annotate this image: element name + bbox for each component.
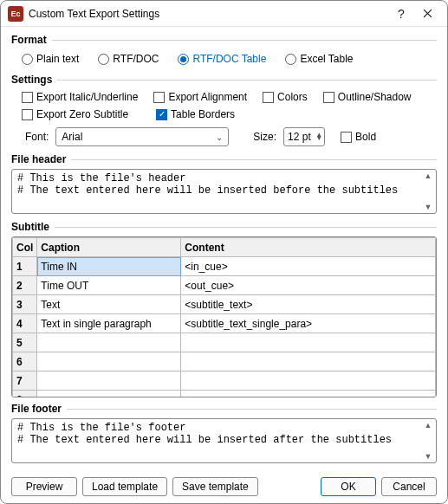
cell-caption[interactable] — [37, 372, 181, 391]
cell-caption[interactable]: Text — [37, 295, 181, 314]
cell-caption[interactable] — [37, 391, 181, 398]
row-number: 6 — [13, 352, 37, 372]
spinner-buttons[interactable]: ▲▼ — [315, 133, 322, 140]
radio-plain-text[interactable]: Plain text — [22, 53, 79, 65]
file-header-textarea[interactable]: # This is the file's header # The text e… — [11, 169, 437, 214]
radio-icon — [178, 54, 189, 65]
button-bar: Preview Load template Save template OK C… — [1, 470, 447, 503]
titlebar: Ec Custom Text Export Settings ? — [1, 1, 447, 27]
size-label: Size: — [253, 131, 276, 143]
subtitle-header: Subtitle — [11, 221, 437, 233]
file-header-label: File header — [11, 153, 66, 165]
close-button[interactable] — [414, 2, 440, 26]
col-header-content[interactable]: Content — [181, 238, 436, 257]
checkbox-icon — [341, 132, 352, 143]
cell-caption[interactable]: Text in single paragraph — [37, 314, 181, 333]
checkbox-label: Colors — [277, 91, 308, 103]
cell-content[interactable]: <out_cue> — [181, 276, 436, 295]
radio-label: Plain text — [36, 53, 79, 65]
radio-label: RTF/DOC Table — [192, 53, 266, 65]
checkbox-label: Outline/Shadow — [338, 91, 412, 103]
font-label: Font: — [25, 131, 49, 143]
row-number: 8 — [13, 391, 37, 398]
ok-button[interactable]: OK — [321, 477, 376, 496]
save-template-button[interactable]: Save template — [172, 477, 258, 496]
load-template-button[interactable]: Load template — [82, 477, 167, 496]
cell-content[interactable] — [181, 352, 436, 372]
size-spinner[interactable]: 12 pt ▲▼ — [283, 127, 325, 146]
checkbox-icon: ✓ — [156, 109, 167, 120]
file-header-header: File header — [11, 153, 437, 165]
cell-content[interactable]: <subtitle_text> — [181, 295, 436, 314]
row-number: 1 — [13, 257, 37, 276]
cell-content[interactable] — [181, 391, 436, 398]
table-row[interactable]: 3Text<subtitle_text> — [13, 295, 436, 314]
radio-label: RTF/DOC — [113, 53, 159, 65]
checkbox-icon — [153, 92, 165, 103]
cell-content[interactable] — [181, 372, 436, 391]
format-header-label: Format — [11, 34, 47, 46]
checkbox-icon — [263, 92, 274, 103]
scroll-up-icon[interactable]: ▲ — [422, 420, 434, 430]
preview-button[interactable]: Preview — [11, 477, 77, 496]
checkbox-bold[interactable]: Bold — [341, 131, 376, 143]
table-row[interactable]: 6 — [13, 352, 436, 372]
radio-icon — [98, 54, 109, 65]
radio-rtf-doc[interactable]: RTF/DOC — [98, 53, 159, 65]
checkbox-label: Bold — [355, 131, 376, 143]
row-number: 3 — [13, 295, 37, 314]
radio-icon — [285, 54, 296, 65]
help-button[interactable]: ? — [388, 2, 414, 26]
checkbox-export-alignment[interactable]: Export Alignment — [153, 91, 247, 103]
radio-rtf-doc-table[interactable]: RTF/DOC Table — [178, 53, 266, 65]
checkbox-label: Table Borders — [171, 108, 235, 120]
checkbox-zero-subtitle[interactable]: Export Zero Subtitle — [22, 108, 128, 120]
file-footer-textarea[interactable]: # This is the file's footer # The text e… — [11, 418, 437, 463]
row-number: 7 — [13, 372, 37, 391]
checkbox-icon — [22, 92, 33, 103]
format-options: Plain text RTF/DOC RTF/DOC Table Excel T… — [11, 46, 437, 70]
cell-content[interactable] — [181, 333, 436, 352]
checkbox-icon — [323, 92, 334, 103]
checkbox-label: Export Alignment — [168, 91, 247, 103]
scroll-up-icon[interactable]: ▲ — [422, 171, 434, 181]
app-icon: Ec — [8, 6, 23, 22]
checkbox-italic-underline[interactable]: Export Italic/Underline — [22, 91, 138, 103]
row-number: 5 — [13, 333, 37, 352]
cell-caption[interactable] — [37, 333, 181, 352]
cell-caption[interactable]: Time OUT — [37, 276, 181, 295]
checkbox-table-borders[interactable]: ✓ Table Borders — [156, 108, 235, 120]
radio-excel-table[interactable]: Excel Table — [285, 53, 353, 65]
cell-caption[interactable]: Time IN — [37, 257, 181, 276]
table-row[interactable]: 5 — [13, 333, 436, 352]
row-number: 4 — [13, 314, 37, 333]
table-header-row: Col Caption Content — [13, 238, 436, 257]
row-number: 2 — [13, 276, 37, 295]
file-footer-header: File footer — [11, 403, 437, 415]
dialog-window: Ec Custom Text Export Settings ? Format … — [0, 0, 448, 504]
cell-content[interactable]: <in_cue> — [181, 257, 436, 276]
checkbox-icon — [22, 109, 33, 120]
font-combobox[interactable]: Arial ⌄ — [55, 127, 229, 146]
table-row[interactable]: 4Text in single paragraph<subtitle_text_… — [13, 314, 436, 333]
scroll-down-icon[interactable]: ▼ — [422, 451, 434, 462]
table-row[interactable]: 7 — [13, 372, 436, 391]
window-title: Custom Text Export Settings — [29, 8, 388, 20]
cell-caption[interactable] — [37, 352, 181, 372]
table-row[interactable]: 1Time IN<in_cue> — [13, 257, 436, 276]
checkbox-label: Export Zero Subtitle — [36, 108, 128, 120]
checkbox-outline-shadow[interactable]: Outline/Shadow — [323, 91, 412, 103]
chevron-down-icon: ⌄ — [216, 132, 223, 142]
cancel-button[interactable]: Cancel — [381, 477, 437, 496]
scroll-down-icon[interactable]: ▼ — [422, 202, 434, 212]
table-row[interactable]: 2Time OUT<out_cue> — [13, 276, 436, 295]
close-icon — [423, 9, 432, 18]
table-row[interactable]: 8 — [13, 391, 436, 398]
col-header-col[interactable]: Col — [13, 238, 37, 257]
subtitle-table: Col Caption Content 1Time IN<in_cue>2Tim… — [11, 236, 437, 397]
col-header-caption[interactable]: Caption — [37, 238, 181, 257]
radio-label: Excel Table — [300, 53, 353, 65]
checkbox-colors[interactable]: Colors — [263, 91, 308, 103]
cell-content[interactable]: <subtitle_text_single_para> — [181, 314, 436, 333]
checkbox-label: Export Italic/Underline — [36, 91, 138, 103]
